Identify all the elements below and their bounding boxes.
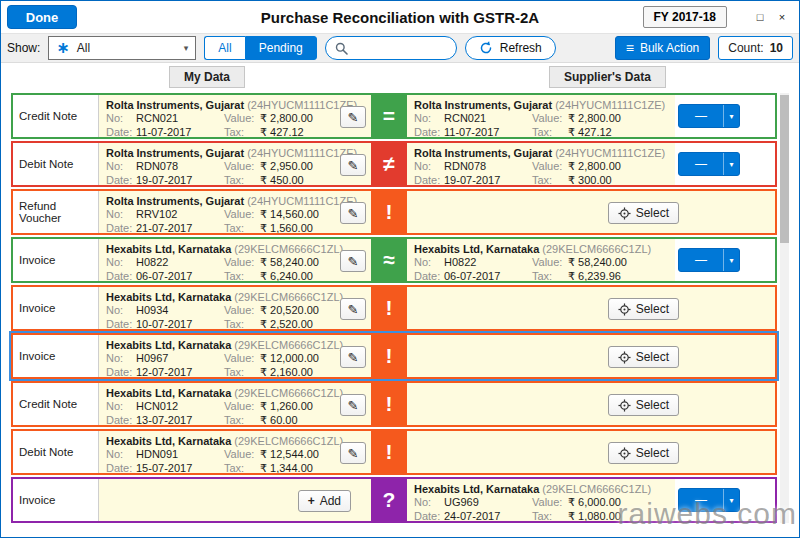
doc-date: 24-07-2017 <box>444 510 532 522</box>
dropdown-value: — <box>679 253 723 267</box>
party-name: Hexabits Ltd, Karnataka <box>414 243 539 255</box>
doc-number: HCN012 <box>136 400 224 414</box>
party-name: Hexabits Ltd, Karnataka <box>414 483 539 495</box>
party-name: Rolta Instruments, Gujarat <box>414 147 552 159</box>
edit-button[interactable]: ✎ <box>340 250 366 272</box>
my-data-panel: Hexabits Ltd, Karnataka(29KELCM6666C1ZL)… <box>99 431 371 473</box>
close-button[interactable]: × <box>771 6 793 28</box>
reconciliation-row[interactable]: InvoiceHexabits Ltd, Karnataka(29KELCM66… <box>11 237 777 283</box>
maximize-button[interactable]: □ <box>749 6 771 28</box>
doc-number: H0934 <box>136 304 224 318</box>
edit-button[interactable]: ✎ <box>340 394 366 416</box>
reconciliation-row[interactable]: Invoice+Add?Hexabits Ltd, Karnataka(29KE… <box>11 477 777 523</box>
select-button[interactable]: Select <box>608 394 679 416</box>
filter-dropdown[interactable]: ∗ All ▾ <box>48 36 196 60</box>
segment-pending-button[interactable]: Pending <box>245 36 317 60</box>
tax-label: Tax: <box>224 126 260 138</box>
doc-value: ₹ 6,000.00 <box>568 496 669 510</box>
tax-label: Tax: <box>224 366 260 378</box>
supplier-data-panel: Select <box>407 431 775 473</box>
no-label: No: <box>414 256 444 270</box>
value-label: Value: <box>532 256 568 270</box>
tab-supplier-data[interactable]: Supplier's Data <box>549 66 666 88</box>
value-label: Value: <box>224 304 260 318</box>
edit-button[interactable]: ✎ <box>340 442 366 464</box>
reconciliation-row[interactable]: Credit NoteHexabits Ltd, Karnataka(29KEL… <box>11 381 777 427</box>
match-action-dropdown[interactable]: —▾ <box>678 104 740 128</box>
edit-button[interactable]: ✎ <box>340 106 366 128</box>
bulk-action-button[interactable]: ≡ Bulk Action <box>615 36 711 60</box>
tab-my-data[interactable]: My Data <box>169 66 245 88</box>
refresh-icon <box>479 41 493 55</box>
reconciliation-row[interactable]: Refund VoucherRolta Instruments, Gujarat… <box>11 189 777 235</box>
chevron-down-icon: ▾ <box>723 105 739 127</box>
edit-button[interactable]: ✎ <box>340 154 366 176</box>
select-button[interactable]: Select <box>608 346 679 368</box>
party-name: Hexabits Ltd, Karnataka <box>106 339 231 351</box>
doc-type-label: Credit Note <box>13 95 99 137</box>
my-data-panel: Rolta Instruments, Gujarat(24HYUCM1111C1… <box>99 191 371 233</box>
dropdown-value: — <box>679 109 723 123</box>
add-button[interactable]: +Add <box>298 490 351 512</box>
doc-type-label: Invoice <box>13 239 99 281</box>
filter-value: All <box>77 41 90 55</box>
date-label: Date: <box>106 318 136 330</box>
plus-icon: + <box>308 494 315 508</box>
scrollbar-thumb[interactable] <box>780 95 789 243</box>
chevron-down-icon: ▾ <box>723 153 739 175</box>
my-data-panel: Hexabits Ltd, Karnataka(29KELCM6666C1ZL)… <box>99 335 371 377</box>
no-label: No: <box>106 256 136 270</box>
select-label: Select <box>636 398 669 412</box>
doc-value: ₹ 58,240.00 <box>568 256 669 270</box>
segment-all-button[interactable]: All <box>204 36 244 60</box>
doc-type-label: Credit Note <box>13 383 99 425</box>
value-label: Value: <box>532 496 568 510</box>
chevron-down-icon: ▾ <box>184 43 189 53</box>
done-button[interactable]: Done <box>7 5 77 29</box>
refresh-button[interactable]: Refresh <box>465 36 556 60</box>
party-name: Hexabits Ltd, Karnataka <box>106 243 231 255</box>
refresh-label: Refresh <box>500 41 542 55</box>
reconciliation-row[interactable]: InvoiceHexabits Ltd, Karnataka(29KELCM66… <box>11 333 777 379</box>
doc-date: 21-07-2017 <box>136 222 224 234</box>
my-data-panel: +Add <box>99 479 371 521</box>
no-label: No: <box>106 208 136 222</box>
select-button[interactable]: Select <box>608 442 679 464</box>
supplier-data-panel: Rolta Instruments, Gujarat(24HYUCM1111C1… <box>407 95 675 137</box>
my-data-panel: Rolta Instruments, Gujarat(24HYUCM1111C1… <box>99 143 371 185</box>
value-label: Value: <box>224 400 260 414</box>
supplier-data-panel: Hexabits Ltd, Karnataka(29KELCM6666C1ZL)… <box>407 239 675 281</box>
search-box[interactable] <box>325 36 457 60</box>
tax-label: Tax: <box>532 126 568 138</box>
match-action-dropdown[interactable]: —▾ <box>678 488 740 512</box>
search-input[interactable] <box>354 41 447 55</box>
vertical-scrollbar[interactable] <box>780 93 789 523</box>
reconciliation-row[interactable]: Debit NoteRolta Instruments, Gujarat(24H… <box>11 141 777 187</box>
doc-date: 06-07-2017 <box>444 270 532 282</box>
supplier-data-panel: Hexabits Ltd, Karnataka(29KELCM6666C1ZL)… <box>407 479 675 521</box>
reconciliation-row[interactable]: Credit NoteRolta Instruments, Gujarat(24… <box>11 93 777 139</box>
crosshair-icon <box>618 447 631 460</box>
crosshair-icon <box>618 399 631 412</box>
edit-button[interactable]: ✎ <box>340 298 366 320</box>
date-label: Date: <box>414 270 444 282</box>
select-button[interactable]: Select <box>608 202 679 224</box>
search-icon <box>335 42 348 55</box>
match-status-icon: ! <box>371 431 407 473</box>
select-button[interactable]: Select <box>608 298 679 320</box>
edit-button[interactable]: ✎ <box>340 202 366 224</box>
party-gstin: (29KELCM6666C1ZL) <box>234 387 343 399</box>
supplier-data-panel: Select <box>407 287 775 329</box>
match-action-dropdown[interactable]: —▾ <box>678 152 740 176</box>
value-label: Value: <box>224 160 260 174</box>
match-status-icon: ≈ <box>371 239 407 281</box>
match-action-dropdown[interactable]: —▾ <box>678 248 740 272</box>
tax-label: Tax: <box>224 462 260 474</box>
my-data-panel: Hexabits Ltd, Karnataka(29KELCM6666C1ZL)… <box>99 383 371 425</box>
reconciliation-row[interactable]: Debit NoteHexabits Ltd, Karnataka(29KELC… <box>11 429 777 475</box>
reconciliation-row[interactable]: InvoiceHexabits Ltd, Karnataka(29KELCM66… <box>11 285 777 331</box>
fiscal-year-button[interactable]: FY 2017-18 <box>643 6 728 28</box>
edit-button[interactable]: ✎ <box>340 346 366 368</box>
supplier-data-panel: Select <box>407 383 775 425</box>
my-data-panel: Hexabits Ltd, Karnataka(29KELCM6666C1ZL)… <box>99 287 371 329</box>
